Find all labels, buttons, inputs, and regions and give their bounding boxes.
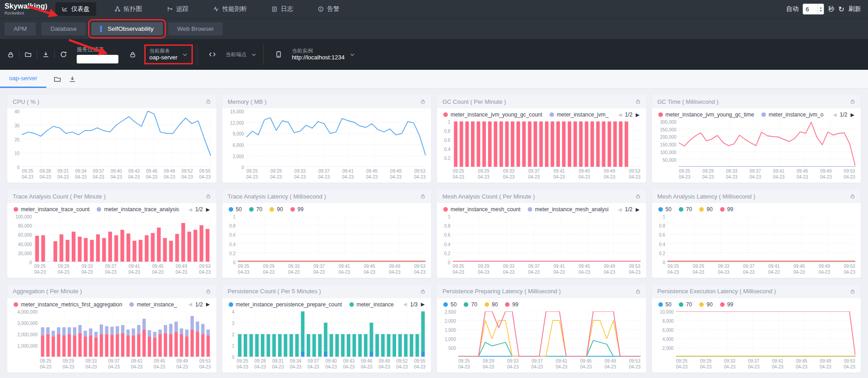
refresh-interval-stepper[interactable]: ▲▼ [803,4,824,15]
page-prev-icon[interactable]: ◀ [618,112,622,118]
legend-item[interactable]: 99 [290,206,304,213]
legend-item[interactable]: meter_instance_trace_analysis [97,206,179,213]
plot[interactable] [458,311,641,357]
legend-item[interactable]: meter_instance_trace_count [14,206,89,213]
page-next-icon[interactable]: ▶ [851,112,854,118]
legend-item[interactable]: 70 [679,206,692,213]
legend-item[interactable]: 50 [229,206,242,213]
plot[interactable] [34,216,211,262]
legend-item[interactable]: 99 [505,301,518,308]
legend-item[interactable]: 90 [270,206,283,213]
lock-icon[interactable] [420,99,426,104]
service-filter-input[interactable] [77,55,118,63]
y-tick: 0.4 [229,242,235,247]
lock-icon[interactable] [420,194,426,199]
nav-item-日志[interactable]: 日志 [265,2,299,16]
page-prev-icon[interactable]: ◀ [618,207,622,213]
legend-item[interactable]: 90 [699,301,712,308]
plot[interactable] [676,311,855,357]
current-endpoint-select[interactable]: 当前端点 [198,51,262,58]
lock-icon[interactable] [850,289,855,294]
page-next-icon[interactable]: ▶ [636,112,639,118]
chevron-down-icon[interactable] [182,52,188,58]
tab-apm[interactable]: APM [5,22,36,35]
plot[interactable] [22,111,211,167]
plot[interactable] [667,216,855,262]
lock-icon[interactable] [635,194,641,199]
tab-database[interactable]: Database [41,22,86,35]
current-service-select[interactable]: 当前服务 oap-server [141,47,196,63]
page-next-icon[interactable]: ▶ [206,301,210,307]
tab-selfobservability[interactable]: ▍SelfObservability [91,22,163,35]
page-prev-icon[interactable]: ◀ [188,301,192,307]
legend-item[interactable]: meter_instance [349,301,394,308]
stepper-down-icon[interactable]: ▼ [819,9,822,12]
current-instance-select[interactable]: 当前实例 http://localhost:1234 [265,48,360,62]
refresh-interval-input[interactable] [803,4,818,14]
legend-item[interactable]: 70 [679,301,692,308]
legend-item[interactable]: meter_instance_mesh_count [443,206,520,213]
legend-item[interactable]: 90 [485,301,498,308]
chevron-down-icon[interactable] [251,52,257,58]
legend-item[interactable]: 99 [720,301,733,308]
nav-item-性能剖析[interactable]: 性能剖析 [206,2,253,16]
legend-item[interactable]: 50 [658,206,672,213]
nav-item-追踪[interactable]: 追踪 [160,2,195,16]
folder-icon[interactable] [20,51,37,58]
legend-item[interactable]: meter_instance_persistence_prepare_count [229,301,342,308]
plot[interactable] [238,216,426,262]
page-prev-icon[interactable]: ◀ [833,112,836,118]
lock-icon[interactable] [420,289,426,294]
lock-icon[interactable] [206,289,211,294]
legend-item[interactable]: meter_instance_mesh_analysi [528,206,608,213]
lock-service-icon[interactable] [124,51,141,58]
legend-item[interactable]: 70 [464,301,477,308]
plot[interactable] [40,311,211,357]
tab-web-browser[interactable]: Web Browser [168,22,223,35]
lock-icon[interactable] [850,194,855,199]
page-next-icon[interactable]: ▶ [636,207,639,213]
plot[interactable] [237,311,426,357]
reload-icon[interactable] [55,51,72,58]
chevron-down-icon[interactable] [349,52,355,58]
lock-icon[interactable] [850,99,855,104]
lock-icon[interactable] [206,99,211,104]
plot[interactable] [246,111,426,167]
import-icon[interactable] [69,75,76,83]
nav-item-拓扑图[interactable]: 拓扑图 [108,2,149,16]
legend-item[interactable]: meter_instance_jvm_young_gc_count [443,111,542,118]
plot[interactable] [453,121,641,167]
legend-item[interactable]: meter_instance_jvm_young_gc_time [658,111,754,118]
page-prev-icon[interactable]: ◀ [188,207,192,213]
lock-dashboard-icon[interactable] [2,51,19,58]
legend-item[interactable]: meter_instance_ [129,301,177,308]
legend-item[interactable]: meter_instance_jvm_o [761,111,824,118]
page-next-icon[interactable]: ▶ [206,207,210,213]
page-prev-icon[interactable]: ◀ [403,301,407,307]
legend-item[interactable]: 50 [658,301,672,308]
legend-item[interactable]: meter_instance_jvm_ [549,111,608,118]
refresh-button[interactable]: 刷新 [848,5,861,13]
lock-icon[interactable] [635,99,641,104]
lock-icon[interactable] [635,289,641,294]
x-tick: 09:2504-23 [453,263,465,275]
legend-dot [549,112,554,117]
tab-oap-server[interactable]: oap-server [0,70,46,88]
legend-item[interactable]: meter_instance_metrics_first_aggregation [14,301,122,308]
lock-icon[interactable] [206,194,211,199]
nav-item-仪表盘[interactable]: 仪表盘 [55,2,96,16]
legend-item[interactable]: 70 [249,206,262,213]
plot[interactable] [679,121,855,167]
legend-item[interactable]: 99 [720,206,733,213]
page-next-icon[interactable]: ▶ [421,301,425,307]
legend-item[interactable]: 90 [699,206,712,213]
stepper-arrows[interactable]: ▲▼ [818,4,824,14]
folder-icon[interactable] [54,75,61,83]
plot[interactable] [453,216,641,262]
export-icon[interactable] [37,51,54,58]
stepper-up-icon[interactable]: ▲ [819,6,822,9]
app-logo[interactable]: Skywalking) Rocketbot [0,3,55,15]
refresh-icon[interactable]: ↻ [839,5,844,14]
nav-item-告警[interactable]: 告警 [311,2,346,16]
legend-item[interactable]: 50 [443,301,456,308]
